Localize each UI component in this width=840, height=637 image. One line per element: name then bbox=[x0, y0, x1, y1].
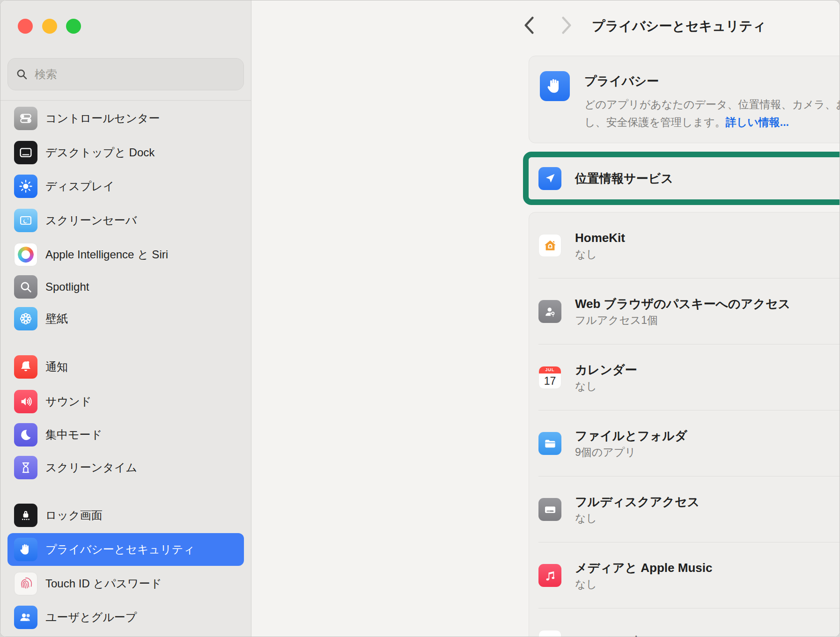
sidebar-item-label: ロック画面 bbox=[45, 508, 103, 523]
sidebar-divider bbox=[0, 100, 251, 101]
sidebar-item-focus[interactable]: 集中モード bbox=[7, 418, 244, 452]
forward-button[interactable] bbox=[557, 16, 576, 35]
row-media-apple-music[interactable]: メディアと Apple Music なし bbox=[529, 542, 840, 608]
homekit-icon bbox=[538, 234, 561, 257]
row-passkeys[interactable]: Web ブラウザのパスキーへのアクセス フルアクセス1個 bbox=[529, 278, 840, 344]
privacy-summary-card: プライバシー どのアプリがあなたのデータ、位置情報、カメラ、およびマイクにアクセ… bbox=[529, 56, 840, 143]
calendar-month-label: JUL bbox=[539, 366, 561, 373]
sidebar-item-label: サウンド bbox=[45, 394, 91, 409]
row-homekit[interactable]: HomeKit なし bbox=[529, 212, 840, 278]
focus-moon-icon bbox=[14, 423, 37, 447]
sidebar-item-touch-id-password[interactable]: Touch ID とパスワード bbox=[7, 567, 244, 600]
sidebar-item-screen-time[interactable]: スクリーンタイム bbox=[7, 451, 244, 484]
sidebar-item-label: Touch ID とパスワード bbox=[45, 576, 162, 591]
sidebar: コントロールセンター デスクトップと Dock ディスプレイ スクリーンセーバ bbox=[0, 0, 251, 637]
row-title: メディアと Apple Music bbox=[575, 560, 840, 575]
display-icon bbox=[14, 175, 37, 198]
sidebar-item-label: スクリーンタイム bbox=[45, 460, 137, 475]
sidebar-item-label: スクリーンセーバ bbox=[45, 213, 137, 228]
sidebar-item-privacy-security[interactable]: プライバシーとセキュリティ bbox=[7, 533, 244, 566]
search-icon bbox=[15, 68, 28, 81]
privacy-description-text: どのアプリがあなたのデータ、位置情報、カメラ、およびマイクにアクセスできるかを管… bbox=[584, 98, 840, 128]
sidebar-item-label: デスクトップと Dock bbox=[45, 145, 155, 160]
search-field[interactable] bbox=[7, 58, 244, 90]
sidebar-item-screen-saver[interactable]: スクリーンセーバ bbox=[7, 204, 244, 237]
sidebar-item-label: 通知 bbox=[45, 359, 68, 374]
wallpaper-icon bbox=[14, 307, 37, 330]
users-groups-icon bbox=[14, 606, 37, 629]
notifications-bell-icon bbox=[14, 355, 37, 379]
close-window-button[interactable] bbox=[18, 19, 33, 34]
privacy-hand-icon bbox=[540, 71, 570, 101]
media-apple-music-icon bbox=[538, 564, 561, 587]
back-button[interactable] bbox=[520, 16, 538, 35]
sidebar-item-notifications[interactable]: 通知 bbox=[7, 350, 244, 384]
privacy-card-title: プライバシー bbox=[584, 73, 659, 89]
lock-icon bbox=[14, 504, 37, 527]
sidebar-item-label: 壁紙 bbox=[45, 311, 68, 326]
row-full-disk-access[interactable]: フルディスクアクセス なし bbox=[529, 476, 840, 542]
sidebar-item-label: コントロールセンター bbox=[45, 111, 160, 126]
sidebar-item-sound[interactable]: サウンド bbox=[7, 385, 244, 418]
row-title: カレンダー bbox=[575, 362, 840, 377]
sidebar-item-label: 集中モード bbox=[45, 427, 102, 442]
reminders-icon bbox=[538, 630, 561, 637]
sidebar-item-label: プライバシーとセキュリティ bbox=[45, 542, 195, 557]
location-services-row[interactable]: 位置情報サービス 5 bbox=[523, 152, 840, 205]
sidebar-item-label: ディスプレイ bbox=[45, 179, 114, 194]
passkeys-icon bbox=[538, 300, 561, 323]
row-subtitle: フルアクセス1個 bbox=[575, 314, 840, 327]
privacy-card-description: どのアプリがあなたのデータ、位置情報、カメラ、およびマイクにアクセスできるかを管… bbox=[584, 95, 840, 131]
row-reminders[interactable]: リマインダー bbox=[529, 608, 840, 637]
privacy-hand-icon bbox=[14, 538, 37, 561]
location-services-label: 位置情報サービス bbox=[575, 170, 840, 187]
row-title: フルディスクアクセス bbox=[575, 494, 840, 509]
main-panel: プライバシーとセキュリティ プライバシー どのアプリがあなたのデータ、位置情報、… bbox=[251, 0, 840, 637]
chevron-right-icon bbox=[560, 16, 573, 34]
screensaver-icon bbox=[14, 209, 37, 232]
sidebar-item-control-center[interactable]: コントロールセンター bbox=[7, 102, 244, 135]
row-subtitle: なし bbox=[575, 248, 840, 261]
row-title: ファイルとフォルダ bbox=[575, 428, 840, 443]
sidebar-item-wallpaper[interactable]: 壁紙 bbox=[7, 302, 244, 336]
sidebar-item-label: Apple Intelligence と Siri bbox=[45, 247, 168, 262]
row-title: リマインダー bbox=[575, 634, 840, 637]
screen-time-hourglass-icon bbox=[14, 456, 37, 479]
row-files-folders[interactable]: ファイルとフォルダ 9個のアプリ bbox=[529, 410, 840, 476]
full-disk-icon bbox=[538, 498, 561, 521]
sidebar-item-apple-intelligence-siri[interactable]: Apple Intelligence と Siri bbox=[7, 238, 244, 271]
sidebar-item-users-groups[interactable]: ユーザとグループ bbox=[7, 600, 244, 634]
sidebar-item-label: Spotlight bbox=[45, 280, 89, 293]
calendar-day-label: 17 bbox=[539, 373, 561, 388]
row-title: HomeKit bbox=[575, 230, 840, 245]
learn-more-link[interactable]: 詳しい情報... bbox=[726, 116, 789, 128]
sound-speaker-icon bbox=[14, 390, 37, 413]
chevron-left-icon bbox=[523, 16, 535, 34]
sidebar-item-displays[interactable]: ディスプレイ bbox=[7, 169, 244, 203]
sidebar-item-desktop-dock[interactable]: デスクトップと Dock bbox=[7, 136, 244, 169]
zoom-window-button[interactable] bbox=[66, 19, 81, 34]
desktop-dock-icon bbox=[14, 141, 37, 164]
touch-id-fingerprint-icon bbox=[14, 572, 37, 595]
calendar-icon: JUL 17 bbox=[538, 366, 561, 389]
location-arrow-icon bbox=[538, 167, 561, 190]
row-subtitle: 9個のアプリ bbox=[575, 446, 840, 459]
apple-intelligence-icon bbox=[14, 243, 37, 266]
sidebar-item-label: ユーザとグループ bbox=[45, 610, 137, 625]
control-center-icon bbox=[14, 107, 37, 130]
row-subtitle: なし bbox=[575, 512, 840, 525]
spotlight-icon bbox=[14, 275, 37, 299]
sidebar-item-spotlight[interactable]: Spotlight bbox=[7, 270, 244, 304]
sidebar-item-lock-screen[interactable]: ロック画面 bbox=[7, 498, 244, 532]
system-settings-window: コントロールセンター デスクトップと Dock ディスプレイ スクリーンセーバ bbox=[0, 0, 840, 637]
row-subtitle: なし bbox=[575, 380, 840, 393]
privacy-settings-list: HomeKit なし Web ブラウザのパスキーへのアクセス フルアクセス1個 bbox=[529, 212, 840, 637]
files-folders-icon bbox=[538, 432, 561, 455]
row-subtitle: なし bbox=[575, 578, 840, 591]
page-title: プライバシーとセキュリティ bbox=[592, 17, 766, 35]
row-title: Web ブラウザのパスキーへのアクセス bbox=[575, 296, 840, 311]
row-calendar[interactable]: JUL 17 カレンダー なし bbox=[529, 344, 840, 410]
search-input[interactable] bbox=[34, 67, 236, 81]
minimize-window-button[interactable] bbox=[42, 19, 57, 34]
